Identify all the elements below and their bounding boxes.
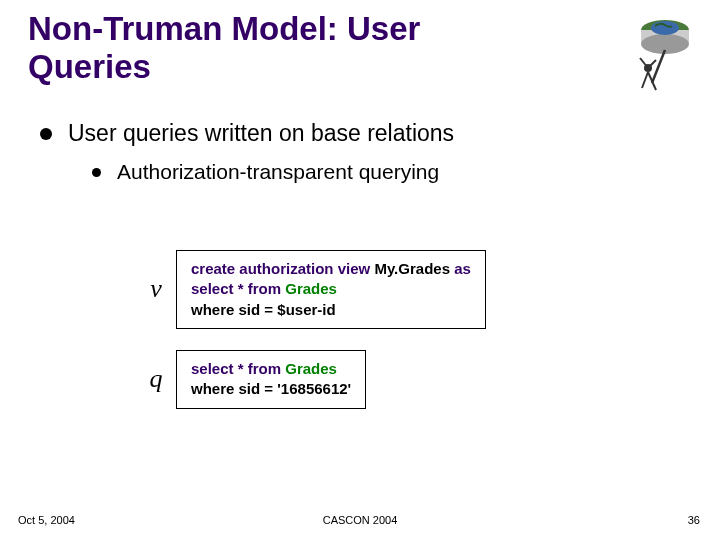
svg-line-6: [640, 58, 648, 68]
svg-line-7: [648, 60, 656, 68]
code-block-v: v create authorization view My.Grades as…: [136, 250, 486, 329]
bullet-level-2: Authorization-transparent querying: [92, 160, 439, 184]
bullet-2-text: Authorization-transparent querying: [117, 160, 439, 184]
bullet-level-1: User queries written on base relations: [40, 120, 454, 147]
block-box-v: create authorization view My.Grades as s…: [176, 250, 486, 329]
where-clause: where sid = $user-id: [191, 301, 336, 318]
block-label-v: v: [136, 274, 176, 304]
kw-select: select * from: [191, 280, 281, 297]
kw-as: as: [454, 260, 471, 277]
footer-page-number: 36: [688, 514, 700, 526]
kw-select: select * from: [191, 360, 281, 377]
bullet-dot-icon: [92, 168, 101, 177]
kw-create: create authorization view: [191, 260, 370, 277]
globe-decoration-icon: [610, 8, 700, 98]
block-box-q: select * from Grades where sid = '168566…: [176, 350, 366, 409]
svg-point-3: [651, 21, 679, 35]
slide-title: Non-Truman Model: User Queries: [28, 10, 548, 86]
footer-date: Oct 5, 2004: [18, 514, 75, 526]
block-label-q: q: [136, 364, 176, 394]
table-name: Grades: [285, 360, 337, 377]
bullet-dot-icon: [40, 128, 52, 140]
where-clause: where sid = '16856612': [191, 380, 351, 397]
bullet-1-text: User queries written on base relations: [68, 120, 454, 147]
svg-line-8: [642, 72, 648, 88]
code-block-q: q select * from Grades where sid = '1685…: [136, 350, 366, 409]
table-name: Grades: [285, 280, 337, 297]
svg-line-4: [652, 50, 665, 83]
footer-conference: CASCON 2004: [323, 514, 398, 526]
view-name: My.Grades: [374, 260, 450, 277]
